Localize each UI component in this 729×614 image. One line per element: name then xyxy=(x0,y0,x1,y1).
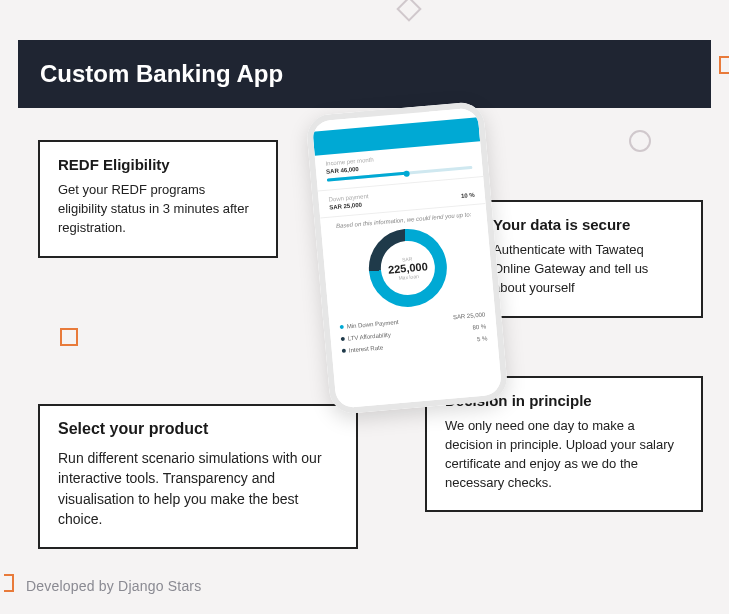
card-select-product: Select your product Run different scenar… xyxy=(38,404,358,549)
card-body: Get your REDF programs eligibility statu… xyxy=(58,181,258,238)
row-value: SAR 25,000 xyxy=(453,311,486,320)
donut-chart-wrap: SAR 225,000 Max loan xyxy=(321,216,494,320)
card-data-secure: Your data is secure Authenticate with Ta… xyxy=(473,200,703,318)
phone-screen: Income per month SAR 46,000 Down payment… xyxy=(312,107,502,408)
row-label: LTV Affordability xyxy=(348,332,391,342)
card-heading: Your data is secure xyxy=(493,216,683,233)
deco-diamond-icon xyxy=(396,0,421,22)
row-label: Interest Rate xyxy=(349,344,384,353)
card-body: Authenticate with Tawateq Online Gateway… xyxy=(493,241,683,298)
card-heading: Select your product xyxy=(58,420,338,438)
row-value: 80 % xyxy=(472,323,486,330)
down-percent: 10 % xyxy=(461,192,475,199)
deco-bracket-bottom-icon xyxy=(4,574,14,592)
phone-mockup: Income per month SAR 46,000 Down payment… xyxy=(305,101,508,415)
loan-donut-chart: SAR 225,000 Max loan xyxy=(366,226,451,311)
down-value: SAR 25,000 xyxy=(329,202,362,211)
donut-center: SAR 225,000 Max loan xyxy=(379,239,438,298)
title-bar: Custom Banking App xyxy=(18,40,711,108)
footer-credit: Developed by Django Stars xyxy=(26,578,201,594)
dot-icon xyxy=(341,337,345,341)
deco-circle-icon xyxy=(629,130,651,152)
card-redf-eligibility: REDF Eligibility Get your REDF programs … xyxy=(38,140,278,258)
slider-thumb-icon[interactable] xyxy=(404,170,411,177)
deco-square-icon xyxy=(60,328,78,346)
dot-icon xyxy=(340,325,344,329)
deco-bracket-icon xyxy=(719,56,729,74)
income-value: SAR 46,000 xyxy=(326,166,359,175)
card-body: We only need one day to make a decision … xyxy=(445,417,683,492)
row-value: 5 % xyxy=(477,335,488,342)
page-title: Custom Banking App xyxy=(40,60,689,88)
card-body: Run different scenario simulations with … xyxy=(58,448,338,529)
dot-icon xyxy=(342,349,346,353)
donut-subtitle: Max loan xyxy=(398,273,419,281)
card-heading: REDF Eligibility xyxy=(58,156,258,173)
